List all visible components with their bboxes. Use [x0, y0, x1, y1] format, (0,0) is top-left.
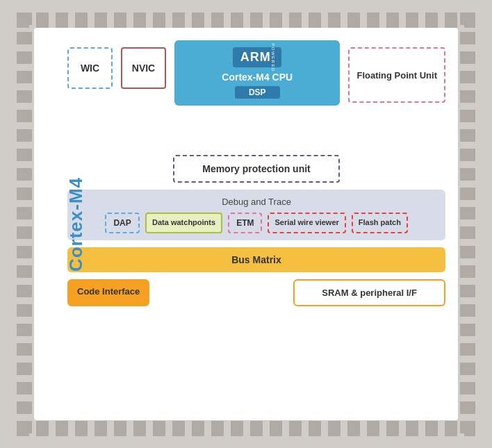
spacer	[156, 279, 286, 306]
content-area: WIC NVIC POWERED ARM. Cortex-M4 CPU DSP	[67, 40, 445, 408]
cpu-dsp: DSP	[235, 86, 280, 99]
swv-box: Serial wire viewer	[268, 213, 345, 233]
mpu-block: Memory protection unit	[173, 155, 340, 183]
nvic-box: NVIC	[121, 47, 166, 89]
mpu-row: Memory protection unit	[67, 155, 445, 183]
arm-text: ARM.	[240, 50, 274, 65]
etm-box: ETM	[228, 213, 262, 233]
debug-title: Debug and Trace	[76, 197, 437, 207]
flashpatch-box: Flash patch	[352, 213, 408, 233]
cpu-title: Cortex-M4 CPU	[222, 72, 293, 83]
datawatchpoints-box: Data watchpoints	[145, 213, 222, 233]
chip-border: Cortex-M4 WIC NVIC POWERED ARM.	[17, 13, 475, 436]
top-row: WIC NVIC POWERED ARM. Cortex-M4 CPU DSP	[67, 40, 445, 148]
arm-powered-text: POWERED	[270, 43, 274, 72]
bottom-row: Code Interface SRAM & peripheral I/F	[67, 279, 445, 306]
chip-inner: Cortex-M4 WIC NVIC POWERED ARM.	[34, 28, 458, 420]
sram-box: SRAM & peripheral I/F	[293, 279, 445, 306]
wic-box: WIC	[67, 47, 113, 89]
cpu-block: POWERED ARM. Cortex-M4 CPU DSP	[174, 40, 340, 106]
cortex-m4-label: Cortex-M4	[65, 176, 87, 271]
busmatrix-block: Bus Matrix	[67, 247, 445, 272]
debug-block: Debug and Trace DAP Data watchpoints ETM…	[67, 190, 445, 240]
fpu-box: Floating Point Unit	[348, 47, 445, 103]
code-interface-box: Code Interface	[67, 279, 149, 306]
debug-items: DAP Data watchpoints ETM Serial wire vie…	[76, 213, 437, 233]
dap-box: DAP	[105, 213, 140, 233]
